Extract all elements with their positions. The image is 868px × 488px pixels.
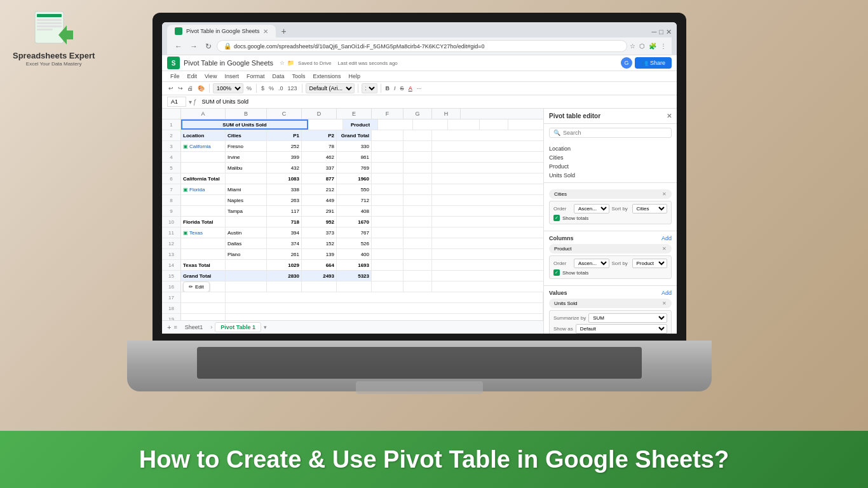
col-header-f[interactable]: F xyxy=(372,109,403,119)
undo-btn[interactable]: ↩ xyxy=(167,85,175,92)
currency-btn[interactable]: $ xyxy=(260,85,266,92)
cell-e4[interactable]: 861 xyxy=(337,152,372,162)
col-header-h[interactable]: H xyxy=(432,109,461,119)
cell-g4[interactable] xyxy=(403,152,432,162)
forward-btn[interactable]: → xyxy=(187,41,200,52)
cell-b8[interactable]: Naples xyxy=(226,195,267,205)
sheet-tab-pivot[interactable]: Pivot Table 1 xyxy=(215,322,261,332)
cell-a10[interactable]: Florida Total xyxy=(181,217,226,227)
field-units-sold[interactable]: Units Sold xyxy=(549,171,672,180)
cell-e5[interactable]: 769 xyxy=(337,163,372,173)
cell-g14[interactable] xyxy=(403,260,432,270)
font-color-btn[interactable]: A xyxy=(407,85,414,92)
cell-b1[interactable] xyxy=(308,119,343,130)
font-select[interactable]: Default (Ari... xyxy=(306,83,355,93)
close-btn[interactable]: ✕ xyxy=(666,28,672,36)
cell-g11[interactable] xyxy=(403,227,432,238)
cell-d9[interactable]: 291 xyxy=(302,206,337,216)
cell-a15[interactable]: Grand Total xyxy=(181,271,226,281)
percent-btn[interactable]: % xyxy=(268,85,275,92)
col-header-d[interactable]: D xyxy=(302,109,337,119)
cell-c15[interactable]: 2830 xyxy=(267,271,302,281)
cell-b16[interactable] xyxy=(226,281,267,292)
cell-c2[interactable]: P1 xyxy=(267,130,302,140)
cell-c10[interactable]: 718 xyxy=(267,217,302,227)
cell-b10[interactable] xyxy=(226,217,267,227)
show-as-select[interactable]: Default xyxy=(576,324,667,334)
cities-chip-close[interactable]: ✕ xyxy=(662,191,667,197)
cell-a19[interactable] xyxy=(181,314,226,320)
cell-a8[interactable] xyxy=(181,195,226,205)
cell-c9[interactable]: 117 xyxy=(267,206,302,216)
cell-d2[interactable]: P2 xyxy=(302,130,337,140)
cell-a18[interactable] xyxy=(181,303,226,313)
cell-b9[interactable]: Tampa xyxy=(226,206,267,216)
cell-b12[interactable]: Dallas xyxy=(226,238,267,248)
bold-btn[interactable]: B xyxy=(384,85,391,92)
cell-a14[interactable]: Texas Total xyxy=(181,260,226,270)
cell-c12[interactable]: 374 xyxy=(267,238,302,248)
cell-d14[interactable]: 664 xyxy=(302,260,337,270)
strikethrough-btn[interactable]: S xyxy=(399,85,405,92)
menu-extensions[interactable]: Extensions xyxy=(309,72,344,81)
columns-add-btn[interactable]: Add xyxy=(661,235,672,241)
sheet-tab-1[interactable]: Sheet1 xyxy=(180,323,208,332)
cell-e9[interactable]: 408 xyxy=(337,206,372,216)
minimize-btn[interactable]: ─ xyxy=(652,28,657,36)
cell-c14[interactable]: 1029 xyxy=(267,260,302,270)
cell-g15[interactable] xyxy=(403,271,432,281)
cell-a5[interactable] xyxy=(181,163,226,173)
cell-c4[interactable]: 399 xyxy=(267,152,302,162)
cell-e12[interactable]: 526 xyxy=(337,238,372,248)
cell-f5[interactable] xyxy=(372,163,403,173)
units-chip-close[interactable]: ✕ xyxy=(662,301,667,306)
menu-data[interactable]: Data xyxy=(269,72,287,81)
share-btn[interactable]: 👥 Share xyxy=(635,57,672,69)
cell-f6[interactable] xyxy=(372,173,403,184)
cell-g16[interactable] xyxy=(403,281,432,292)
browser-tab[interactable]: Pivot Table in Google Sheets ✕ xyxy=(167,25,276,37)
cell-d8[interactable]: 449 xyxy=(302,195,337,205)
cell-f9[interactable] xyxy=(372,206,403,216)
cell-b7[interactable]: Miami xyxy=(226,184,267,194)
cell-g7[interactable] xyxy=(403,184,432,194)
cell-f7[interactable] xyxy=(372,184,403,194)
cell-a13[interactable] xyxy=(181,249,226,259)
cell-d7[interactable]: 212 xyxy=(302,184,337,194)
cell-d12[interactable]: 152 xyxy=(302,238,337,248)
cell-c7[interactable]: 338 xyxy=(267,184,302,194)
cell-f13[interactable] xyxy=(372,249,403,259)
cell-d15[interactable]: 2493 xyxy=(302,271,337,281)
cell-f14[interactable] xyxy=(372,260,403,270)
cell-b4[interactable]: Irvine xyxy=(226,152,267,162)
cell-b13[interactable]: Plano xyxy=(226,249,267,259)
values-add-btn[interactable]: Add xyxy=(661,290,672,296)
col-header-a[interactable]: A xyxy=(181,109,226,119)
cell-d3[interactable]: 78 xyxy=(302,141,337,151)
cell-e11[interactable]: 767 xyxy=(337,227,372,238)
edit-float-btn[interactable]: ✏ Edit xyxy=(183,281,210,292)
cell-e13[interactable]: 400 xyxy=(337,249,372,259)
cell-e1[interactable] xyxy=(413,119,448,130)
cell-c1[interactable]: Product xyxy=(343,119,378,130)
show-totals-checkbox[interactable]: ✓ xyxy=(553,215,560,221)
col-header-b[interactable]: B xyxy=(226,109,267,119)
cell-a16[interactable]: ✏ Edit xyxy=(181,281,226,292)
menu-sheet-btn[interactable]: ≡ xyxy=(173,324,177,330)
paint-btn[interactable]: 🎨 xyxy=(196,85,206,92)
cell-e14[interactable]: 1693 xyxy=(337,260,372,270)
cell-f15[interactable] xyxy=(372,271,403,281)
cell-g6[interactable] xyxy=(403,173,432,184)
cell-c5[interactable]: 432 xyxy=(267,163,302,173)
bookmark-icon[interactable]: ⬡ xyxy=(639,43,645,50)
zoom-select[interactable]: 100% xyxy=(213,83,243,93)
cell-f3[interactable] xyxy=(372,141,403,151)
cell-d16[interactable] xyxy=(302,281,337,292)
star-icon[interactable]: ☆ xyxy=(630,43,635,50)
col-sort-select[interactable]: Product xyxy=(632,259,668,268)
cell-c11[interactable]: 394 xyxy=(267,227,302,238)
menu-file[interactable]: File xyxy=(167,72,183,81)
cell-a9[interactable] xyxy=(181,206,226,216)
cell-c3[interactable]: 252 xyxy=(267,141,302,151)
cell-e7[interactable]: 550 xyxy=(337,184,372,194)
